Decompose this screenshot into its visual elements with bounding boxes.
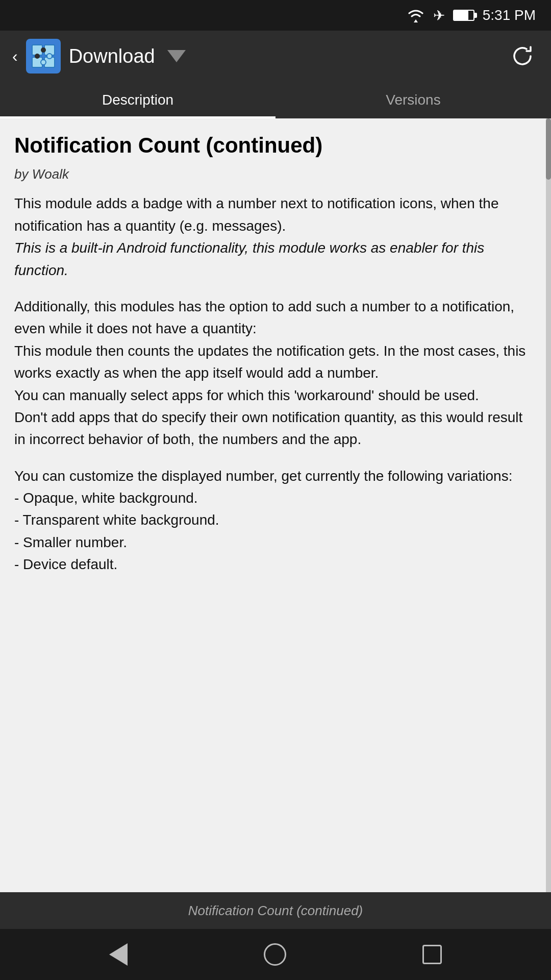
battery-icon	[453, 10, 474, 21]
article-author: by Woalk	[14, 166, 532, 182]
nav-back-icon	[109, 943, 128, 966]
back-button[interactable]: ‹	[12, 48, 18, 64]
navigation-bar	[0, 929, 551, 980]
svg-point-4	[41, 47, 46, 53]
bottom-app-name: Notification Count (continued)	[188, 903, 363, 919]
tab-description[interactable]: Description	[0, 82, 276, 118]
status-bar: ✈ 5:31 PM	[0, 0, 551, 31]
content-area: Notification Count (continued) by Woalk …	[0, 118, 551, 892]
app-icon	[26, 39, 61, 74]
nav-recent-button[interactable]	[414, 937, 450, 972]
airplane-icon: ✈	[433, 7, 445, 24]
tabs-bar: Description Versions	[0, 82, 551, 118]
refresh-icon	[511, 45, 534, 67]
back-arrow-icon: ‹	[12, 48, 18, 64]
nav-back-button[interactable]	[101, 935, 136, 974]
scrollbar-thumb[interactable]	[546, 118, 551, 180]
refresh-button[interactable]	[506, 40, 539, 72]
article-para-1: This module adds a badge with a number n…	[14, 192, 532, 281]
nav-recent-icon	[422, 945, 442, 964]
article-body: This module adds a badge with a number n…	[14, 192, 532, 575]
app-bar-left: ‹ Download	[12, 39, 496, 74]
tab-versions[interactable]: Versions	[276, 82, 551, 118]
app-bar-title: Download	[69, 45, 155, 67]
article-title: Notification Count (continued)	[14, 133, 532, 158]
puzzle-icon	[30, 43, 57, 69]
nav-home-button[interactable]	[256, 935, 294, 974]
article-para-3: You can customize the displayed number, …	[14, 465, 532, 576]
svg-point-7	[41, 60, 46, 65]
status-icons: ✈ 5:31 PM	[407, 7, 536, 24]
svg-point-5	[35, 54, 40, 59]
svg-point-6	[47, 54, 52, 59]
scrollbar-track[interactable]	[546, 118, 551, 892]
app-bar: ‹ Download	[0, 31, 551, 82]
wifi-icon	[407, 8, 425, 22]
dropdown-triangle-icon	[167, 50, 186, 62]
scroll-content: Notification Count (continued) by Woalk …	[0, 118, 546, 892]
bottom-name-bar: Notification Count (continued)	[0, 892, 551, 929]
article-para-2: Additionally, this modules has the optio…	[14, 296, 532, 451]
nav-home-icon	[264, 943, 286, 966]
status-time: 5:31 PM	[483, 7, 536, 23]
